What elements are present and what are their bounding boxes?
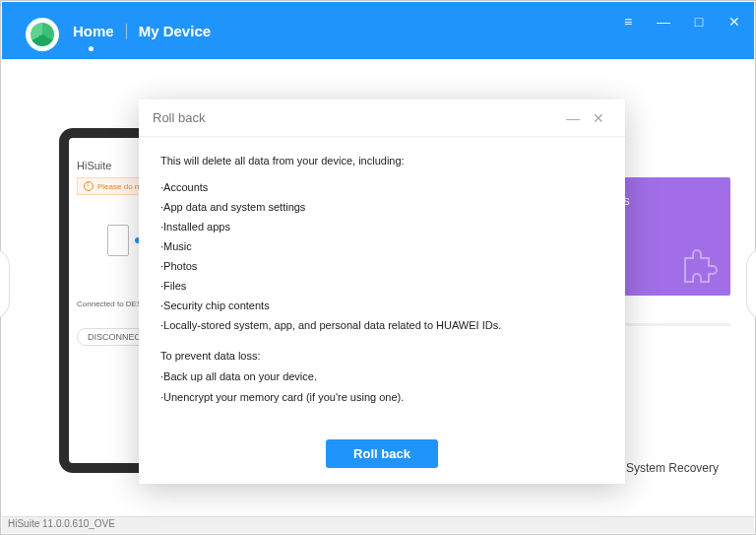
- list-item: ·Back up all data on your device.: [160, 368, 603, 385]
- dialog-intro: This will delete all data from your devi…: [160, 153, 603, 169]
- status-version: HiSuite 11.0.0.610_OVE: [8, 518, 115, 529]
- dialog-body: This will delete all data from your devi…: [139, 137, 625, 406]
- list-item: ·Photos: [160, 258, 603, 275]
- dialog-subheading: To prevent data loss:: [160, 348, 603, 365]
- rollback-dialog: Roll back — ✕ This will delete all data …: [139, 100, 625, 484]
- dialog-header: Roll back — ✕: [139, 100, 625, 137]
- carousel-prev[interactable]: [0, 248, 10, 319]
- maximize-icon[interactable]: □: [691, 14, 707, 30]
- nav-sep: [126, 24, 127, 39]
- minimize-icon[interactable]: —: [656, 14, 671, 30]
- dialog-minimize-icon[interactable]: —: [560, 110, 586, 126]
- list-item: ·Accounts: [160, 179, 603, 196]
- app-frame: Home My Device ≡ — □ ✕ ▯ ▯ ◧ HiSuite Ple…: [0, 0, 756, 535]
- menu-icon[interactable]: ≡: [620, 14, 636, 30]
- dialog-title: Roll back: [153, 110, 205, 125]
- dialog-footer: Roll back: [139, 439, 625, 468]
- list-item: ·Unencrypt your memory card (if you're u…: [160, 389, 603, 406]
- list-item: ·App data and system settings: [160, 199, 603, 216]
- window-buttons: ≡ — □ ✕: [620, 14, 742, 30]
- dialog-close-icon[interactable]: ✕: [586, 110, 611, 126]
- nav-home[interactable]: Home: [73, 23, 114, 39]
- app-logo: [26, 18, 59, 51]
- list-item: ·Music: [160, 238, 603, 255]
- nav-active-indicator: [89, 46, 94, 51]
- close-icon[interactable]: ✕: [726, 14, 742, 30]
- rollback-button[interactable]: Roll back: [326, 439, 438, 468]
- phone-device-icon: [107, 225, 129, 256]
- system-recovery-label[interactable]: System Recovery: [626, 461, 719, 475]
- dialog-item-list: ·Accounts ·App data and system settings …: [160, 179, 603, 334]
- warning-icon: [84, 181, 94, 191]
- list-item: ·Files: [160, 278, 603, 295]
- puzzle-icon: [681, 246, 721, 286]
- topbar: Home My Device ≡ — □ ✕: [2, 2, 754, 59]
- carousel-next[interactable]: [746, 248, 756, 319]
- list-item: ·Locally-stored system, app, and persona…: [160, 317, 603, 334]
- list-item: ·Installed apps: [160, 219, 603, 235]
- status-bar: HiSuite 11.0.0.610_OVE: [2, 516, 754, 533]
- nav: Home My Device: [73, 23, 211, 39]
- app-logo-icon: [31, 23, 54, 46]
- list-item: ·Security chip contents: [160, 298, 603, 314]
- nav-my-device[interactable]: My Device: [139, 23, 211, 39]
- dialog-sub-list: ·Back up all data on your device. ·Unenc…: [160, 368, 603, 405]
